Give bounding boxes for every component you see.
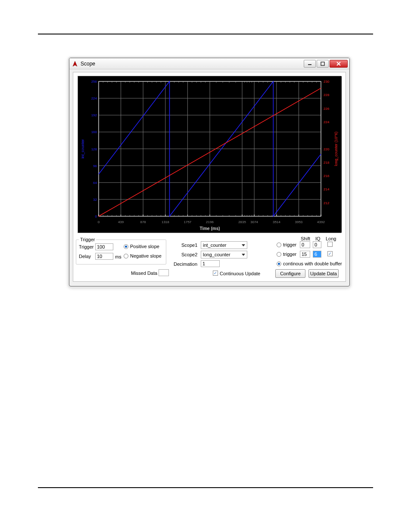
svg-text:0: 0 bbox=[98, 220, 100, 224]
negative-slope-radio[interactable]: Negative slope bbox=[124, 253, 162, 258]
trigger-label: Trigger bbox=[79, 244, 93, 249]
svg-text:224: 224 bbox=[91, 96, 97, 100]
trigger-row2-label: trigger bbox=[283, 252, 296, 257]
iq-row1-input[interactable] bbox=[313, 241, 321, 248]
svg-text:96: 96 bbox=[93, 164, 97, 168]
shift-header: Shift bbox=[301, 236, 310, 241]
long-row2-checkbox[interactable]: ✓ bbox=[327, 251, 333, 256]
trigger-row2-radio[interactable]: trigger bbox=[277, 252, 296, 257]
client-area: 0439878131817572196283530743514395343920… bbox=[73, 72, 346, 282]
svg-text:4392: 4392 bbox=[317, 220, 325, 224]
svg-text:192: 192 bbox=[91, 113, 97, 117]
svg-text:256: 256 bbox=[91, 80, 97, 84]
svg-text:3953: 3953 bbox=[295, 220, 303, 224]
negative-slope-label: Negative slope bbox=[130, 253, 162, 258]
titlebar[interactable]: Scope bbox=[69, 58, 349, 69]
svg-text:long_counter (10^6): long_counter (10^6) bbox=[334, 132, 338, 166]
long-row1-checkbox[interactable] bbox=[327, 242, 333, 247]
delay-value-input[interactable] bbox=[95, 253, 113, 260]
svg-text:439: 439 bbox=[118, 220, 124, 224]
scope1-combobox[interactable]: int_counter bbox=[201, 241, 247, 249]
trigger-row1-label: trigger bbox=[283, 242, 296, 247]
svg-text:128: 128 bbox=[91, 147, 97, 151]
app-icon bbox=[72, 61, 78, 67]
svg-text:2196: 2196 bbox=[206, 220, 214, 224]
scope2-label: Scope2 bbox=[181, 252, 197, 257]
missed-data-field[interactable] bbox=[159, 269, 169, 276]
svg-text:Time (ms): Time (ms) bbox=[199, 226, 220, 231]
close-button[interactable] bbox=[330, 60, 348, 68]
positive-slope-label: Positive slope bbox=[130, 244, 159, 249]
controls-panel: Trigger Trigger Delay ms Positive slope … bbox=[76, 237, 343, 279]
delay-label: Delay bbox=[79, 254, 91, 259]
svg-text:218: 218 bbox=[324, 161, 330, 165]
update-data-button[interactable]: Update Data bbox=[308, 269, 339, 278]
decimation-input[interactable] bbox=[201, 260, 220, 267]
svg-rect-1 bbox=[321, 62, 324, 65]
continuous-update-checkbox[interactable]: ✓ bbox=[213, 271, 218, 276]
decimation-label: Decimation bbox=[174, 261, 197, 267]
svg-text:224: 224 bbox=[324, 120, 330, 124]
configure-button[interactable]: Configure bbox=[275, 269, 305, 278]
shift-row1-input[interactable] bbox=[300, 241, 310, 248]
svg-text:64: 64 bbox=[93, 181, 97, 185]
svg-text:228: 228 bbox=[324, 93, 330, 97]
svg-text:3074: 3074 bbox=[250, 220, 258, 224]
scope2-combobox[interactable]: long_counter bbox=[201, 251, 247, 258]
window-title: Scope bbox=[81, 61, 95, 67]
iq-header: IQ bbox=[315, 236, 321, 241]
svg-text:1757: 1757 bbox=[184, 220, 192, 224]
continuous-update-label: Continuous Update bbox=[220, 271, 260, 276]
trigger-group: Trigger Trigger Delay ms Positive slope … bbox=[76, 240, 166, 264]
long-header: Long bbox=[326, 236, 336, 241]
page-divider-top bbox=[38, 34, 373, 34]
svg-text:220: 220 bbox=[324, 147, 330, 151]
trigger-row1-radio[interactable]: trigger bbox=[277, 242, 296, 247]
svg-text:3514: 3514 bbox=[273, 220, 280, 224]
trigger-value-input[interactable] bbox=[95, 243, 113, 250]
scope1-label: Scope1 bbox=[181, 243, 197, 248]
missed-data-label: Missed Data bbox=[131, 271, 157, 276]
svg-text:32: 32 bbox=[93, 198, 97, 202]
minimize-button[interactable] bbox=[304, 60, 316, 68]
scope-window: Scope 0439878131817572196283530743514395… bbox=[69, 58, 350, 286]
svg-text:int_counter: int_counter bbox=[81, 139, 85, 159]
svg-text:160: 160 bbox=[91, 130, 97, 134]
positive-slope-radio[interactable]: Positive slope bbox=[124, 244, 159, 249]
scope2-value: long_counter bbox=[203, 252, 230, 257]
delay-unit: ms bbox=[115, 254, 121, 259]
continuous-buffer-radio[interactable]: continous with double buffer bbox=[277, 261, 342, 266]
svg-text:878: 878 bbox=[140, 220, 146, 224]
svg-text:214: 214 bbox=[324, 187, 330, 191]
svg-text:1318: 1318 bbox=[162, 220, 169, 224]
scope1-value: int_counter bbox=[203, 243, 226, 248]
svg-text:0: 0 bbox=[95, 215, 97, 218]
shift-row2-input[interactable] bbox=[300, 251, 310, 258]
svg-text:226: 226 bbox=[324, 107, 330, 111]
update-data-button-label: Update Data bbox=[310, 271, 337, 276]
maximize-button[interactable] bbox=[317, 60, 329, 68]
iq-row2-input[interactable] bbox=[313, 251, 321, 258]
svg-text:216: 216 bbox=[324, 174, 330, 178]
svg-text:2835: 2835 bbox=[238, 220, 246, 224]
page-divider-bottom bbox=[38, 487, 373, 488]
svg-text:212: 212 bbox=[324, 201, 330, 205]
configure-button-label: Configure bbox=[280, 271, 301, 276]
trigger-legend: Trigger bbox=[79, 237, 96, 242]
scope-chart: 0439878131817572196283530743514395343920… bbox=[78, 76, 341, 233]
svg-text:230: 230 bbox=[324, 80, 330, 84]
continuous-buffer-label: continous with double buffer bbox=[283, 261, 342, 266]
